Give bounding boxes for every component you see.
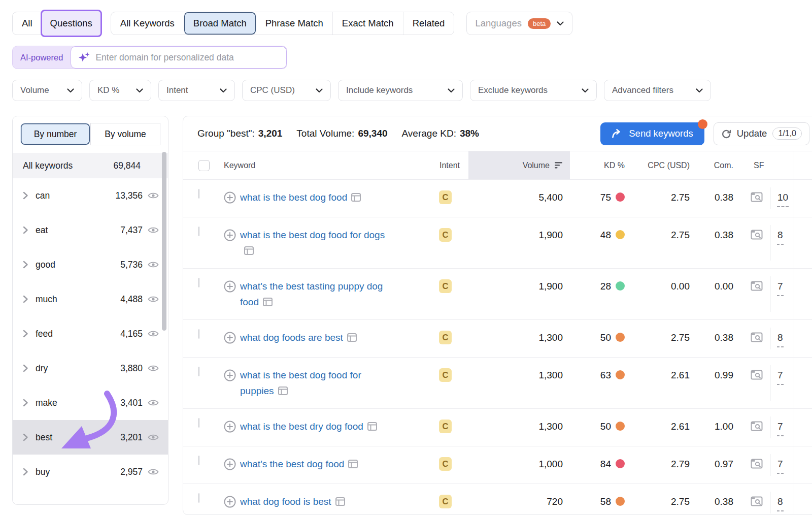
serp-page-icon[interactable]	[244, 246, 254, 255]
sort-toggle-button[interactable]: By volume	[90, 123, 160, 145]
all-keywords-row[interactable]: All keywords 69,844	[13, 153, 168, 178]
row-checkbox[interactable]	[198, 227, 199, 236]
filter-dropdown[interactable]: Advanced filters	[604, 80, 711, 101]
column-header-sf[interactable]: SF	[741, 151, 794, 179]
intent-badge-commercial[interactable]: C	[439, 279, 452, 293]
serp-preview-icon[interactable]	[751, 281, 763, 291]
keyword-link[interactable]: what's the best tasting puppy dog food	[240, 281, 383, 307]
row-checkbox[interactable]	[198, 329, 199, 339]
row-checkbox[interactable]	[198, 367, 199, 376]
update-button[interactable]: Update 1/1,0	[714, 122, 809, 145]
column-header-com[interactable]: Com.	[696, 151, 741, 179]
column-header-kd[interactable]: KD %	[570, 151, 635, 179]
eye-icon[interactable]	[148, 433, 159, 441]
serp-preview-icon[interactable]	[751, 192, 763, 202]
column-header-keyword[interactable]: Keyword	[220, 151, 438, 179]
serp-preview-icon[interactable]	[751, 332, 763, 342]
serp-preview-icon[interactable]	[751, 496, 763, 506]
serp-features-count[interactable]: 8	[777, 494, 784, 511]
chevron-right-icon[interactable]	[23, 468, 28, 476]
eye-icon[interactable]	[148, 330, 159, 338]
keyword-link[interactable]: what is the best dog food for puppies	[240, 370, 361, 396]
intent-badge-commercial[interactable]: C	[439, 228, 452, 242]
keyword-link[interactable]: what is the best dog food	[240, 192, 347, 203]
keyword-link[interactable]: what is the best dog food for dogs	[240, 230, 385, 240]
add-keyword-icon[interactable]	[224, 229, 236, 241]
serp-features-count[interactable]: 7	[777, 367, 784, 385]
tab-match-type[interactable]: All Keywords	[111, 12, 184, 35]
eye-icon[interactable]	[148, 399, 159, 407]
serp-features-count[interactable]: 7	[777, 419, 784, 436]
filter-dropdown[interactable]: Exclude keywords	[470, 80, 597, 101]
row-checkbox[interactable]	[198, 278, 199, 287]
tab-match-type[interactable]: Related	[403, 12, 454, 35]
serp-preview-icon[interactable]	[751, 459, 763, 469]
group-list-item[interactable]: make 3,401	[13, 385, 168, 420]
serp-page-icon[interactable]	[263, 298, 273, 306]
column-header-cpc[interactable]: CPC (USD)	[635, 151, 696, 179]
serp-page-icon[interactable]	[347, 333, 357, 342]
eye-icon[interactable]	[148, 191, 159, 200]
keyword-link[interactable]: what dog food is best	[240, 496, 331, 507]
keyword-link[interactable]: what is the best dry dog food	[240, 421, 363, 432]
chevron-right-icon[interactable]	[23, 399, 28, 407]
chevron-right-icon[interactable]	[23, 364, 28, 372]
group-list-item[interactable]: feed 4,165	[13, 316, 168, 351]
chevron-right-icon[interactable]	[23, 261, 28, 269]
add-keyword-icon[interactable]	[224, 496, 236, 508]
send-keywords-button[interactable]: Send keywords	[600, 122, 704, 145]
keyword-link[interactable]: what dog foods are best	[240, 332, 343, 343]
filter-dropdown[interactable]: Include keywords	[338, 80, 463, 101]
serp-page-icon[interactable]	[348, 460, 358, 468]
add-keyword-icon[interactable]	[224, 458, 236, 470]
sort-toggle-button[interactable]: By number	[20, 123, 90, 145]
serp-preview-icon[interactable]	[751, 421, 763, 431]
intent-badge-commercial[interactable]: C	[439, 495, 452, 508]
intent-badge-commercial[interactable]: C	[439, 331, 452, 344]
add-keyword-icon[interactable]	[224, 421, 236, 433]
group-list-item[interactable]: best 3,201	[13, 420, 168, 455]
domain-input[interactable]	[95, 52, 280, 63]
keyword-link[interactable]: what's the best dog food	[240, 459, 344, 469]
eye-icon[interactable]	[148, 226, 159, 234]
add-keyword-icon[interactable]	[224, 332, 236, 344]
group-list-item[interactable]: much 4,488	[13, 282, 168, 316]
serp-preview-icon[interactable]	[751, 230, 763, 240]
serp-features-count[interactable]: 7	[777, 278, 784, 296]
tab-match-type[interactable]: Exact Match	[332, 12, 403, 35]
serp-features-count[interactable]: 7	[777, 456, 784, 474]
filter-dropdown[interactable]: Volume	[12, 80, 82, 101]
tab-questions-filter[interactable]: All	[13, 12, 42, 35]
add-keyword-icon[interactable]	[224, 369, 236, 381]
chevron-right-icon[interactable]	[23, 330, 28, 338]
intent-badge-commercial[interactable]: C	[439, 190, 452, 204]
serp-page-icon[interactable]	[278, 387, 288, 395]
serp-page-icon[interactable]	[351, 193, 361, 202]
intent-badge-commercial[interactable]: C	[439, 457, 452, 471]
sidebar-scrollbar-thumb[interactable]	[162, 152, 166, 331]
group-list-item[interactable]: dry 3,880	[13, 351, 168, 385]
chevron-right-icon[interactable]	[23, 226, 28, 234]
serp-page-icon[interactable]	[335, 497, 345, 506]
serp-preview-icon[interactable]	[751, 370, 763, 380]
tab-questions-filter[interactable]: Questions	[41, 10, 102, 37]
eye-icon[interactable]	[148, 295, 159, 303]
group-list-item[interactable]: buy 2,957	[13, 455, 168, 489]
tab-match-type[interactable]: Phrase Match	[256, 12, 332, 35]
add-keyword-icon[interactable]	[224, 191, 236, 204]
group-list-item[interactable]: good 5,736	[13, 247, 168, 282]
languages-dropdown[interactable]: Languages beta	[466, 12, 572, 35]
row-checkbox[interactable]	[198, 493, 199, 503]
serp-page-icon[interactable]	[367, 422, 377, 431]
eye-icon[interactable]	[148, 364, 159, 372]
eye-icon[interactable]	[148, 261, 159, 269]
chevron-right-icon[interactable]	[23, 433, 28, 441]
row-checkbox[interactable]	[198, 418, 199, 428]
filter-dropdown[interactable]: CPC (USD)	[242, 80, 331, 101]
row-checkbox[interactable]	[198, 456, 199, 465]
row-checkbox[interactable]	[198, 189, 199, 199]
column-header-volume[interactable]: Volume	[468, 151, 570, 179]
serp-features-count[interactable]: 10	[777, 189, 789, 207]
chevron-right-icon[interactable]	[23, 295, 28, 303]
group-list-item[interactable]: can 13,356	[13, 178, 168, 213]
